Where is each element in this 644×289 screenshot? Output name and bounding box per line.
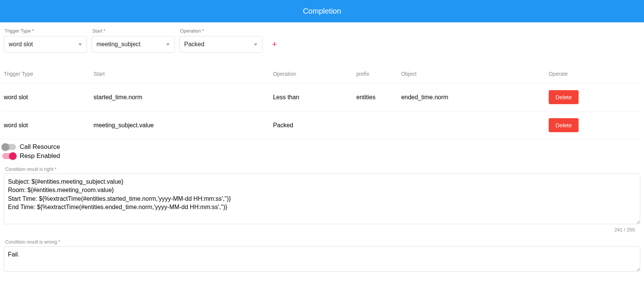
resp-enabled-label: Resp Enabled <box>20 152 60 160</box>
condition-wrong-textarea[interactable] <box>4 246 640 272</box>
condition-wrong-label: Condition result is wrong * <box>4 239 640 245</box>
toggle-knob-icon <box>9 152 17 160</box>
call-resource-toggle[interactable] <box>2 144 16 150</box>
trigger-type-value: word slot <box>9 41 33 48</box>
th-trigger-type: Trigger Type <box>2 68 91 83</box>
th-operation: Operation <box>271 68 354 83</box>
delete-button[interactable]: Delete <box>549 118 579 132</box>
table-row: word slot meeting_subject.value Packed D… <box>2 111 642 139</box>
trigger-type-label: Trigger Type * <box>4 28 87 34</box>
table-row: word slot started_time.norm Less than en… <box>2 83 642 111</box>
chevron-down-icon <box>166 44 170 45</box>
cell-prefix <box>354 111 399 139</box>
condition-right-count: 241 / 255 <box>4 225 640 233</box>
add-button[interactable]: + <box>269 39 280 50</box>
call-resource-label: Call Resource <box>20 143 60 151</box>
cell-operation: Packed <box>271 111 354 139</box>
cell-trigger-type: word slot <box>2 111 91 139</box>
start-select[interactable]: meeting_subject <box>92 36 175 53</box>
chevron-down-icon <box>254 44 258 45</box>
cell-operation: Less than <box>271 83 354 111</box>
triggers-table: Trigger Type Start Operation prefix Obje… <box>2 68 642 139</box>
cell-object <box>399 111 546 139</box>
cell-operate: Delete <box>546 83 642 111</box>
toggle-knob-icon <box>2 143 9 151</box>
operation-value: Packed <box>184 41 204 48</box>
condition-right-textarea[interactable] <box>4 173 640 224</box>
condition-wrong-field: Condition result is wrong * <box>4 239 640 273</box>
cell-start: started_time.norm <box>91 83 271 111</box>
cell-operate: Delete <box>546 111 642 139</box>
page-title: Completion <box>303 7 341 15</box>
plus-icon: + <box>272 39 277 49</box>
resp-enabled-row: Resp Enabled <box>2 152 642 160</box>
trigger-type-field: Trigger Type * word slot <box>4 28 87 53</box>
operation-select[interactable]: Packed <box>179 36 262 53</box>
th-start: Start <box>91 68 271 83</box>
trigger-type-select[interactable]: word slot <box>4 36 87 53</box>
call-resource-row: Call Resource <box>2 143 642 151</box>
resp-enabled-toggle[interactable] <box>2 153 16 159</box>
cell-prefix: entities <box>354 83 399 111</box>
trigger-form-row: Trigger Type * word slot Start * meeting… <box>0 22 644 53</box>
cell-start: meeting_subject.value <box>91 111 271 139</box>
start-value: meeting_subject <box>96 41 141 48</box>
page-header: Completion <box>0 0 644 22</box>
toggles-section: Call Resource Resp Enabled <box>0 139 644 160</box>
start-label: Start * <box>92 28 175 34</box>
start-field: Start * meeting_subject <box>92 28 175 53</box>
condition-right-field: Condition result is right * 241 / 255 <box>4 167 640 233</box>
cell-object: ended_time.norm <box>399 83 546 111</box>
operation-label: Operation * <box>179 28 262 34</box>
th-object: Object <box>399 68 546 83</box>
chevron-down-icon <box>78 44 82 45</box>
th-operate: Operate <box>546 68 642 83</box>
condition-right-label: Condition result is right * <box>4 167 640 172</box>
cell-trigger-type: word slot <box>2 83 91 111</box>
delete-button[interactable]: Delete <box>549 90 579 104</box>
th-prefix: prefix <box>354 68 399 83</box>
triggers-table-wrap: Trigger Type Start Operation prefix Obje… <box>0 53 644 139</box>
operation-field: Operation * Packed <box>179 28 262 53</box>
